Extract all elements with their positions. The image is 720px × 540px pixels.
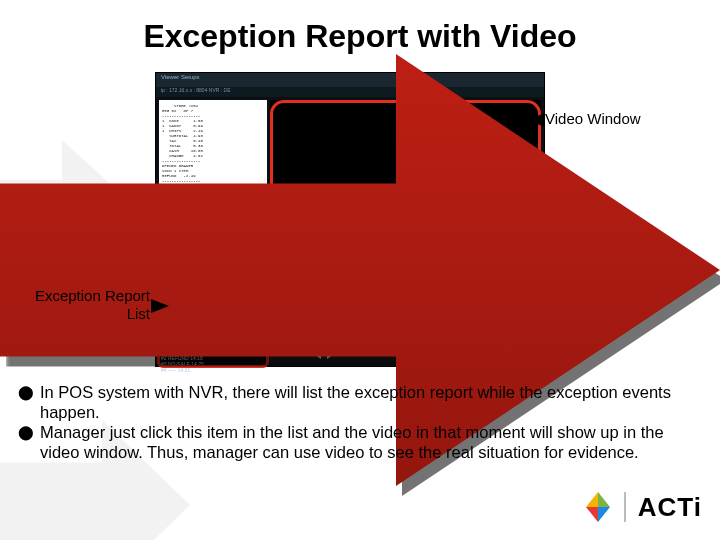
callout-exception-list-text: Exception Report List bbox=[35, 287, 150, 322]
slide: Exception Report with Video Viewer Setup… bbox=[0, 0, 720, 540]
address-text: ip : 172.16.x.x : 8804 NVR : DE bbox=[161, 87, 230, 93]
callout-video-window: Video Window bbox=[545, 110, 641, 127]
acti-logo-icon bbox=[578, 490, 618, 524]
svg-marker-3 bbox=[598, 507, 610, 522]
bullet-item: ⬤ In POS system with NVR, there will lis… bbox=[18, 382, 702, 422]
bullet-text: Manager just click this item in the list… bbox=[40, 422, 702, 462]
callout-arrow-icon bbox=[527, 113, 545, 127]
menubar-text: Viewer Setups bbox=[161, 74, 200, 86]
logo-divider bbox=[624, 492, 626, 522]
callout-arrow-icon bbox=[151, 299, 169, 313]
bullet-item: ⬤ Manager just click this item in the li… bbox=[18, 422, 702, 462]
app-address-bar: ip : 172.16.x.x : 8804 NVR : DE bbox=[156, 87, 544, 97]
callout-exception-list: Exception Report List bbox=[10, 287, 150, 323]
slide-title: Exception Report with Video bbox=[0, 18, 720, 55]
svg-marker-2 bbox=[586, 507, 598, 522]
bullet-list: ⬤ In POS system with NVR, there will lis… bbox=[18, 382, 702, 462]
bullet-text: In POS system with NVR, there will list … bbox=[40, 382, 702, 422]
acti-logo: ACTi bbox=[578, 488, 702, 526]
callout-video-window-text: Video Window bbox=[545, 110, 641, 127]
bullet-icon: ⬤ bbox=[18, 382, 34, 422]
svg-marker-1 bbox=[598, 492, 610, 507]
bullet-icon: ⬤ bbox=[18, 422, 34, 462]
acti-logo-text: ACTi bbox=[638, 492, 702, 523]
app-menubar: Viewer Setups bbox=[156, 73, 544, 87]
svg-marker-0 bbox=[586, 492, 598, 507]
